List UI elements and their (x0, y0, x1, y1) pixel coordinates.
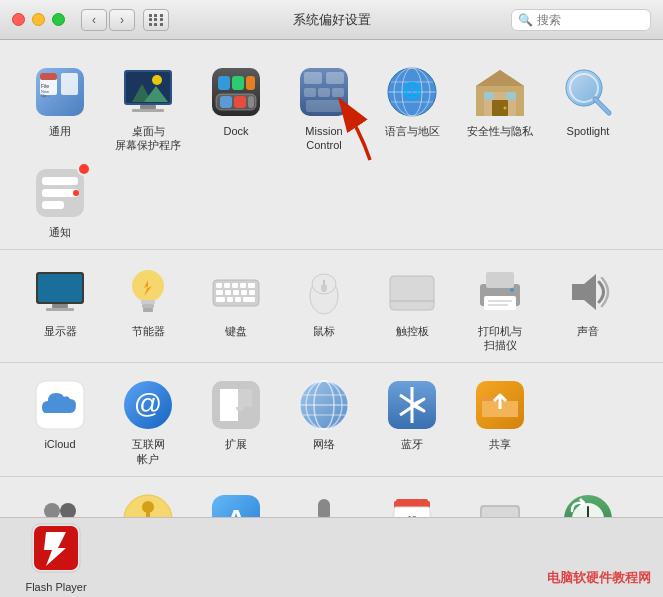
svg-point-41 (504, 107, 507, 110)
svg-text:Op...: Op... (41, 93, 50, 98)
icon-item-mission[interactable]: MissionControl (280, 58, 368, 159)
extensions-icon (208, 377, 264, 433)
svg-rect-75 (235, 297, 241, 302)
language-icon: 🌐 (384, 64, 440, 120)
svg-rect-58 (141, 300, 155, 304)
icon-item-language[interactable]: 🌐 语言与地区 (368, 58, 456, 144)
svg-rect-69 (225, 290, 231, 295)
mouse-label: 鼠标 (313, 324, 335, 338)
icon-item-flashplayer[interactable]: Flash Player (16, 514, 96, 597)
svg-rect-50 (42, 189, 78, 197)
svg-point-88 (510, 288, 514, 292)
section-hardware: 显示器 节能器 (0, 250, 663, 364)
svg-rect-28 (306, 100, 342, 112)
energy-icon (120, 264, 176, 320)
back-button[interactable]: ‹ (81, 9, 107, 31)
language-label: 语言与地区 (385, 124, 440, 138)
maximize-button[interactable] (52, 13, 65, 26)
sound-label: 声音 (577, 324, 599, 338)
security-label: 安全性与隐私 (467, 124, 533, 138)
keyboard-icon (208, 264, 264, 320)
desktop-icon (120, 64, 176, 120)
icon-item-displays[interactable]: 显示器 (16, 258, 104, 344)
svg-rect-26 (318, 88, 330, 97)
svg-rect-71 (241, 290, 247, 295)
spotlight-label: Spotlight (567, 124, 610, 138)
svg-rect-18 (248, 96, 254, 108)
svg-rect-23 (304, 72, 322, 84)
icon-item-icloud[interactable]: iCloud (16, 371, 104, 457)
svg-point-11 (152, 75, 162, 85)
mouse-icon (296, 264, 352, 320)
icon-item-general[interactable]: File New Op... 通用 (16, 58, 104, 144)
icon-item-printer[interactable]: 打印机与扫描仪 (456, 258, 544, 359)
svg-line-47 (595, 99, 609, 113)
icon-item-desktop[interactable]: 桌面与屏幕保护程序 (104, 58, 192, 159)
icon-item-trackpad[interactable]: 触控板 (368, 258, 456, 344)
icon-item-energy[interactable]: 节能器 (104, 258, 192, 344)
svg-rect-66 (240, 283, 246, 288)
icon-item-mouse[interactable]: 鼠标 (280, 258, 368, 344)
icloud-label: iCloud (44, 437, 75, 451)
sharing-icon (472, 377, 528, 433)
icon-item-security[interactable]: 安全性与隐私 (456, 58, 544, 144)
trackpad-icon (384, 264, 440, 320)
trackpad-label: 触控板 (396, 324, 429, 338)
icon-item-sharing[interactable]: 共享 (456, 371, 544, 457)
sound-icon (560, 264, 616, 320)
svg-rect-81 (390, 276, 434, 310)
svg-rect-12 (140, 105, 156, 109)
icon-item-notification[interactable]: 通知 (16, 159, 104, 245)
general-icon: File New Op... (32, 64, 88, 120)
flashplayer-icon (28, 520, 84, 576)
keyboard-label: 键盘 (225, 324, 247, 338)
grid-view-button[interactable] (143, 9, 169, 31)
svg-rect-16 (220, 96, 232, 108)
title-bar: ‹ › 系统偏好设置 🔍 ✕ (0, 0, 663, 40)
icon-item-accounts[interactable]: @ 互联网帐户 (104, 371, 192, 472)
svg-rect-19 (218, 76, 230, 90)
svg-rect-55 (52, 304, 68, 308)
svg-rect-74 (227, 297, 233, 302)
svg-rect-49 (42, 177, 78, 185)
icon-item-keyboard[interactable]: 键盘 (192, 258, 280, 344)
icon-item-sound[interactable]: 声音 (544, 258, 632, 344)
svg-rect-56 (46, 308, 74, 311)
icon-item-dock[interactable]: Dock (192, 58, 280, 144)
icon-item-network[interactable]: 网络 (280, 371, 368, 457)
svg-rect-20 (232, 76, 244, 90)
mission-icon (296, 64, 352, 120)
mission-label: MissionControl (305, 124, 342, 153)
minimize-button[interactable] (32, 13, 45, 26)
close-button[interactable] (12, 13, 25, 26)
extensions-label: 扩展 (225, 437, 247, 451)
section-personal: File New Op... 通用 (0, 50, 663, 250)
section-internet: iCloud @ 互联网帐户 (0, 363, 663, 477)
svg-rect-51 (42, 201, 64, 209)
svg-rect-84 (486, 272, 514, 288)
displays-icon (32, 264, 88, 320)
dock-label: Dock (223, 124, 248, 138)
network-label: 网络 (313, 437, 335, 451)
svg-rect-73 (216, 297, 225, 302)
icon-item-extensions[interactable]: 扩展 (192, 371, 280, 457)
accounts-label: 互联网帐户 (132, 437, 165, 466)
bluetooth-label: 蓝牙 (401, 437, 423, 451)
spotlight-icon (560, 64, 616, 120)
svg-rect-64 (224, 283, 230, 288)
search-input[interactable] (537, 13, 663, 27)
forward-button[interactable]: › (109, 9, 135, 31)
icon-item-bluetooth[interactable]: 蓝牙 (368, 371, 456, 457)
svg-rect-13 (132, 109, 164, 112)
svg-rect-60 (143, 308, 153, 312)
svg-rect-65 (232, 283, 238, 288)
svg-rect-43 (506, 92, 516, 100)
security-icon (472, 64, 528, 120)
icon-item-spotlight[interactable]: Spotlight (544, 58, 632, 144)
svg-rect-87 (488, 304, 508, 306)
svg-rect-67 (248, 283, 255, 288)
notification-label: 通知 (49, 225, 71, 239)
search-bar[interactable]: 🔍 ✕ (511, 9, 651, 31)
network-icon (296, 377, 352, 433)
search-icon: 🔍 (518, 13, 533, 27)
